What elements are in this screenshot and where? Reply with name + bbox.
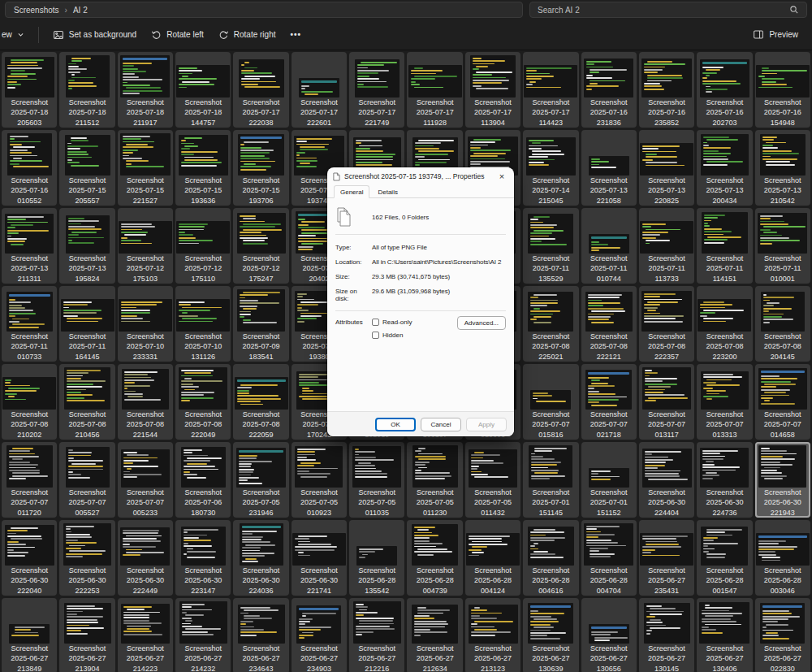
set-as-background-button[interactable]: Set as background <box>45 24 144 46</box>
file-tile[interactable]: Screenshot2025-07-08221544 <box>118 364 173 440</box>
file-tile[interactable]: Screenshot2025-07-16231836 <box>581 52 637 128</box>
file-tile[interactable]: Screenshot2025-06-30224036 <box>233 520 288 596</box>
file-tile[interactable]: Screenshot2025-06-27234643 <box>233 598 288 672</box>
file-tile[interactable]: Screenshot2025-06-27234903 <box>292 598 347 672</box>
file-tile[interactable]: Screenshot2025-07-18205603 <box>2 52 57 128</box>
file-tile[interactable]: Screenshot2025-06-30223147 <box>175 520 231 596</box>
file-tile[interactable]: Screenshot2025-07-01151152 <box>581 442 637 518</box>
file-tile[interactable]: Screenshot2025-07-07011720 <box>2 442 57 518</box>
file-tile[interactable]: Screenshot2025-07-08222059 <box>233 364 288 440</box>
file-tile[interactable]: Screenshot2025-06-27235431 <box>639 520 694 596</box>
file-tile[interactable]: Screenshot2025-07-14215045 <box>523 130 578 206</box>
file-tile[interactable]: Screenshot2025-07-07005527 <box>59 442 114 518</box>
breadcrumb-item-ai2[interactable]: AI 2 <box>73 6 88 15</box>
file-tile[interactable]: Screenshot2025-06-28001547 <box>697 520 752 596</box>
file-tile[interactable]: Screenshot2025-07-08225021 <box>523 286 578 362</box>
file-tile[interactable]: Screenshot2025-07-17113904 <box>465 52 520 128</box>
file-tile[interactable]: Screenshot2025-07-08222357 <box>639 286 694 362</box>
address-bar[interactable]: Screenshots › AI 2 <box>5 2 523 18</box>
file-tile[interactable]: Screenshot2025-07-16235852 <box>639 52 694 128</box>
breadcrumb-item-screenshots[interactable]: Screenshots <box>14 6 59 15</box>
file-tile[interactable]: Screenshot2025-06-27022830 <box>755 598 810 672</box>
file-tile[interactable]: Screenshot2025-06-27213849 <box>2 598 57 672</box>
file-tile[interactable]: Screenshot2025-07-01151145 <box>523 442 578 518</box>
file-tile[interactable]: Screenshot2025-07-13211311 <box>2 208 57 284</box>
file-tile[interactable]: Screenshot2025-07-13195824 <box>59 208 114 284</box>
file-tile[interactable]: Screenshot2025-07-05231946 <box>233 442 288 518</box>
view-menu-button[interactable]: ew <box>0 25 32 44</box>
file-tile[interactable]: Screenshot2025-06-30221943 <box>755 442 810 518</box>
file-tile[interactable]: Screenshot2025-06-30224736 <box>697 442 752 518</box>
file-tile[interactable]: Screenshot2025-07-12175103 <box>118 208 173 284</box>
file-tile[interactable]: Screenshot2025-07-16010552 <box>2 130 57 206</box>
file-tile[interactable]: Screenshot2025-06-27213123 <box>465 598 520 672</box>
file-tile[interactable]: Screenshot2025-07-12175247 <box>233 208 288 284</box>
file-tile[interactable]: Screenshot2025-07-13220825 <box>639 130 694 206</box>
read-only-checkbox[interactable] <box>372 319 379 326</box>
file-tile[interactable]: Screenshot2025-07-16154948 <box>755 52 810 128</box>
file-tile[interactable]: Screenshot2025-07-17111928 <box>407 52 462 128</box>
file-tile[interactable]: Screenshot2025-07-07015816 <box>523 364 578 440</box>
file-tile[interactable]: Screenshot2025-07-11010001 <box>755 208 810 284</box>
file-tile[interactable]: Screenshot2025-07-11135529 <box>523 208 578 284</box>
file-tile[interactable]: Screenshot2025-07-11114151 <box>697 208 752 284</box>
cancel-button[interactable]: Cancel <box>421 418 461 431</box>
file-tile[interactable]: Screenshot2025-07-11010744 <box>581 208 637 284</box>
file-tile[interactable]: Screenshot2025-07-07021718 <box>581 364 637 440</box>
file-tile[interactable]: Screenshot2025-07-18211917 <box>118 52 173 128</box>
preview-toggle-button[interactable]: Preview <box>745 24 806 45</box>
file-tile[interactable]: Screenshot2025-06-30222040 <box>2 520 57 596</box>
file-tile[interactable]: Screenshot2025-07-11010733 <box>2 286 57 362</box>
file-tile[interactable]: Screenshot2025-06-30222449 <box>118 520 173 596</box>
close-icon[interactable]: × <box>495 171 508 182</box>
file-tile[interactable]: Screenshot2025-07-07014658 <box>755 364 810 440</box>
file-tile[interactable]: Screenshot2025-06-27214232 <box>175 598 231 672</box>
file-tile[interactable]: Screenshot2025-06-27130639 <box>523 598 578 672</box>
file-tile[interactable]: Screenshot2025-07-17221749 <box>349 52 404 128</box>
advanced-button[interactable]: Advanced... <box>457 316 506 330</box>
file-tile[interactable]: Screenshot2025-07-10233331 <box>118 286 173 362</box>
rotate-left-button[interactable]: Rotate left <box>144 24 211 45</box>
hidden-checkbox[interactable] <box>372 332 379 339</box>
file-tile[interactable]: Screenshot2025-06-30221741 <box>292 520 347 596</box>
file-tile[interactable]: Screenshot2025-06-28135542 <box>349 520 404 596</box>
file-tile[interactable]: Screenshot2025-07-17222601 <box>292 52 347 128</box>
file-tile[interactable]: Screenshot2025-06-27130406 <box>697 598 752 672</box>
file-tile[interactable]: Screenshot2025-07-15193706 <box>233 130 288 206</box>
file-tile[interactable]: Screenshot2025-07-18144757 <box>175 52 231 128</box>
file-tile[interactable]: Screenshot2025-07-07013117 <box>639 364 694 440</box>
file-tile[interactable]: Screenshot2025-07-07005233 <box>118 442 173 518</box>
file-tile[interactable]: Screenshot2025-07-11164145 <box>59 286 114 362</box>
tab-general[interactable]: General <box>334 185 369 198</box>
file-tile[interactable]: Screenshot2025-07-06180730 <box>175 442 231 518</box>
file-tile[interactable]: Screenshot2025-06-28003046 <box>755 520 810 596</box>
file-tile[interactable]: Screenshot2025-07-13221058 <box>581 130 637 206</box>
file-tile[interactable]: Screenshot2025-07-13200434 <box>697 130 752 206</box>
file-tile[interactable]: Screenshot2025-07-12175110 <box>175 208 231 284</box>
file-tile[interactable]: Screenshot2025-07-08223200 <box>697 286 752 362</box>
file-tile[interactable]: Screenshot2025-07-15193636 <box>175 130 231 206</box>
file-tile[interactable]: Screenshot2025-07-11113733 <box>639 208 694 284</box>
ok-button[interactable]: OK <box>375 418 416 431</box>
file-tile[interactable]: Screenshot2025-06-27214223 <box>118 598 173 672</box>
file-tile[interactable]: Screenshot2025-07-16202703 <box>697 52 752 128</box>
file-tile[interactable]: Screenshot2025-07-18211512 <box>59 52 114 128</box>
file-tile[interactable]: Screenshot2025-07-17114423 <box>523 52 578 128</box>
file-tile[interactable]: Screenshot2025-06-28004739 <box>407 520 462 596</box>
file-tile[interactable]: Screenshot2025-06-30222253 <box>59 520 114 596</box>
file-tile[interactable]: Screenshot2025-07-08222049 <box>175 364 231 440</box>
rotate-right-button[interactable]: Rotate right <box>211 24 283 45</box>
file-tile[interactable]: Screenshot2025-07-17222038 <box>233 52 288 128</box>
file-tile[interactable]: Screenshot2025-06-28004124 <box>465 520 520 596</box>
tab-details[interactable]: Details <box>371 185 404 198</box>
file-tile[interactable]: Screenshot2025-07-05011230 <box>407 442 462 518</box>
file-tile[interactable]: Screenshot2025-06-28004704 <box>581 520 637 596</box>
file-tile[interactable]: Screenshot2025-07-10131126 <box>175 286 231 362</box>
file-tile[interactable]: Screenshot2025-07-05011035 <box>349 442 404 518</box>
file-tile[interactable]: Screenshot2025-07-08204145 <box>755 286 810 362</box>
file-tile[interactable]: Screenshot2025-07-05010923 <box>292 442 347 518</box>
file-tile[interactable]: Screenshot2025-06-30224404 <box>639 442 694 518</box>
file-tile[interactable]: Screenshot2025-06-27212634 <box>407 598 462 672</box>
file-tile[interactable]: Screenshot2025-07-15221527 <box>118 130 173 206</box>
file-tile[interactable]: Screenshot2025-07-08210202 <box>2 364 57 440</box>
